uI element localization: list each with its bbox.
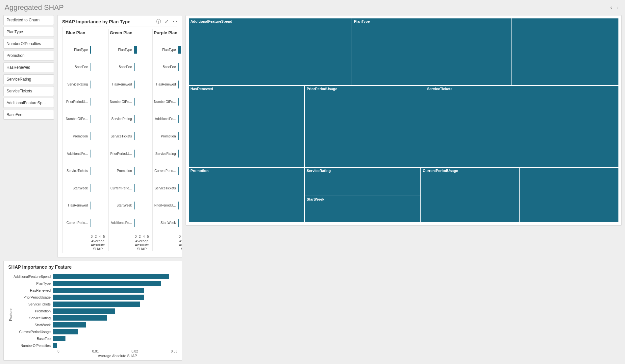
plan-column: Green PlanPlanTypeBaseFeeHasRenewedNumbe…: [108, 29, 150, 251]
plan-bar[interactable]: [134, 81, 135, 88]
treemap-cell[interactable]: HasRenewed: [188, 85, 305, 167]
feature-bar[interactable]: [53, 288, 144, 293]
filter-item[interactable]: ServiceRating: [3, 74, 54, 84]
plan-bar[interactable]: [90, 46, 91, 54]
treemap-cell[interactable]: Promotion: [188, 167, 305, 223]
treemap-cell[interactable]: [520, 194, 619, 223]
plan-bar[interactable]: [134, 46, 137, 54]
axis-tick: 0: [91, 235, 93, 238]
plan-bar[interactable]: [134, 98, 135, 106]
more-icon[interactable]: ⋯: [173, 19, 177, 25]
feature-bar-label: ServiceRating: [13, 316, 52, 320]
feature-bar-row: Promotion: [13, 307, 177, 314]
plan-bar[interactable]: [178, 46, 181, 54]
feature-axis-label: Feature: [8, 272, 13, 358]
filter-item[interactable]: Promotion: [3, 51, 54, 61]
plan-bar-label: BaseFee: [153, 65, 177, 69]
plan-bar-label: CurrentPerio...: [65, 221, 89, 225]
plan-bar-row: PriorPeriodU...: [109, 149, 149, 158]
plan-bar[interactable]: [90, 115, 90, 123]
plan-bar-label: ServiceTickets: [65, 169, 89, 173]
treemap-cell[interactable]: CurrentPeriodUsage: [421, 167, 520, 194]
plan-bar-label: NumberOfPe...: [109, 100, 133, 104]
feature-bar[interactable]: [53, 302, 140, 307]
plan-bar[interactable]: [178, 98, 179, 106]
feature-bar[interactable]: [53, 336, 65, 341]
plan-bar[interactable]: [178, 63, 179, 71]
plan-bar-label: Promotion: [109, 169, 133, 173]
feature-bar-label: NumberOfPenalties: [13, 344, 52, 348]
shap-by-feature-title: SHAP Importance by Feature: [8, 264, 177, 270]
plan-bar-row: StartWeek: [109, 201, 149, 210]
plan-bar[interactable]: [178, 150, 179, 158]
info-icon[interactable]: ⓘ: [156, 19, 161, 25]
treemap-cell[interactable]: ServiceRating: [305, 167, 421, 196]
filter-item[interactable]: ServiceTickets: [3, 86, 54, 96]
feature-bar[interactable]: [53, 329, 78, 334]
feature-bar[interactable]: [53, 315, 107, 321]
filter-item[interactable]: PlanType: [3, 27, 54, 37]
plan-column-title: Green Plan: [109, 30, 149, 38]
nav-next-icon: ›: [617, 5, 618, 11]
treemap-cell[interactable]: StartWeek: [305, 196, 421, 223]
feature-bar-row: ServiceRating: [13, 314, 177, 321]
shap-by-plan-title: SHAP Importance by Plan Type: [62, 19, 130, 24]
plan-bar-label: ServiceTickets: [153, 186, 177, 190]
feature-bar-label: HasRenewed: [13, 288, 52, 292]
plan-bar-label: StartWeek: [153, 221, 177, 225]
filter-item[interactable]: NumberOfPenalties: [3, 39, 54, 49]
plan-bar[interactable]: [134, 167, 135, 175]
plan-bar[interactable]: [90, 81, 90, 88]
plan-bar-label: AdditionalFe...: [109, 221, 133, 225]
feature-bar-row: HasRenewed: [13, 287, 177, 294]
plan-column-title: Blue Plan: [65, 30, 105, 38]
treemap-cell[interactable]: AdditionalFeatureSpend: [188, 18, 352, 85]
filter-item[interactable]: Predicted to Churn: [3, 15, 54, 25]
treemap-cell[interactable]: [520, 167, 619, 194]
plan-bar-row: Promotion: [153, 131, 182, 141]
plan-bar-label: PlanType: [153, 48, 177, 52]
plan-bar[interactable]: [134, 115, 135, 123]
axis-tick: 0.02: [132, 350, 138, 353]
filter-item[interactable]: HasRenewed: [3, 62, 54, 72]
feature-bar[interactable]: [53, 322, 86, 328]
treemap-panel: AdditionalFeatureSpendPlanTypeHasRenewed…: [186, 15, 622, 226]
feature-bar[interactable]: [53, 308, 115, 314]
treemap-cell[interactable]: PlanType: [352, 18, 511, 85]
plan-bar-label: HasRenewed: [153, 83, 177, 86]
plan-bar-row: CurrentPerio...: [109, 183, 149, 193]
treemap-cell[interactable]: [421, 194, 520, 223]
feature-bar-label: Promotion: [13, 309, 52, 313]
feature-bar[interactable]: [53, 274, 169, 279]
plan-bar[interactable]: [134, 132, 135, 140]
filter-item[interactable]: AdditionalFeatureSp...: [3, 98, 54, 108]
plan-bar[interactable]: [134, 63, 135, 71]
plan-bar[interactable]: [178, 115, 179, 123]
feature-bar[interactable]: [53, 281, 161, 286]
plan-bar[interactable]: [178, 81, 179, 88]
plan-bar-row: ServiceRating: [109, 114, 149, 124]
plan-x-axis-label: Average Absolute SHAP: [135, 239, 149, 251]
plan-bar[interactable]: [90, 98, 90, 106]
treemap-cell[interactable]: [511, 18, 619, 85]
plan-bar[interactable]: [134, 150, 135, 158]
shap-by-plan-panel: SHAP Importance by Plan Type ⓘ ⤢ ⋯ Blue …: [57, 15, 182, 257]
plan-bar-label: ServiceRating: [65, 83, 89, 86]
feature-bar[interactable]: [53, 295, 144, 300]
feature-bar[interactable]: [53, 343, 57, 348]
nav-prev-icon[interactable]: ‹: [610, 5, 612, 11]
feature-x-axis-label: Average Absolute SHAP: [58, 354, 177, 358]
treemap-cell[interactable]: ServiceTickets: [425, 85, 619, 167]
plan-bar[interactable]: [178, 132, 179, 140]
plan-bar-row: HasRenewed: [65, 201, 105, 210]
treemap-cell[interactable]: PriorPeriodUsage: [305, 85, 425, 167]
plan-bar-row: PriorPeriodU...: [153, 201, 182, 210]
axis-tick: 0: [179, 235, 181, 238]
plan-bar-row: BaseFee: [109, 62, 149, 72]
plan-bar-row: PriorPeriodU...: [65, 97, 105, 107]
plan-bar-row: CurrentPerio...: [153, 166, 182, 176]
plan-bar[interactable]: [90, 63, 90, 71]
axis-tick: 5: [103, 235, 105, 238]
expand-icon[interactable]: ⤢: [165, 19, 169, 25]
filter-item[interactable]: BaseFee: [3, 110, 54, 120]
